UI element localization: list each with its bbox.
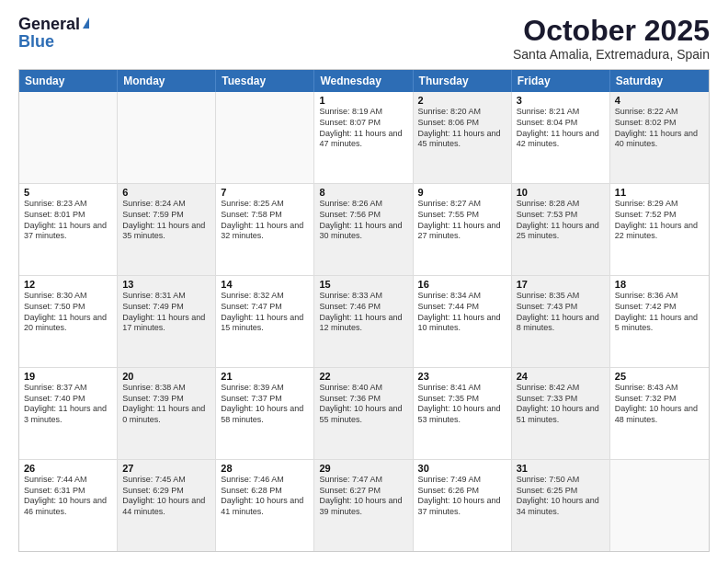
calendar-row-2: 12Sunrise: 8:30 AM Sunset: 7:50 PM Dayli… <box>19 275 709 367</box>
day-number: 24 <box>517 371 605 382</box>
day-number: 8 <box>319 187 407 198</box>
day-number: 11 <box>615 187 704 198</box>
day-details: Sunrise: 8:26 AM Sunset: 7:56 PM Dayligh… <box>319 199 407 242</box>
day-number: 9 <box>418 187 506 198</box>
day-cell-27: 27Sunrise: 7:45 AM Sunset: 6:29 PM Dayli… <box>118 460 216 551</box>
day-cell-11: 11Sunrise: 8:29 AM Sunset: 7:52 PM Dayli… <box>610 184 709 275</box>
day-details: Sunrise: 7:45 AM Sunset: 6:29 PM Dayligh… <box>122 475 210 518</box>
day-details: Sunrise: 8:35 AM Sunset: 7:43 PM Dayligh… <box>517 291 605 334</box>
day-cell-14: 14Sunrise: 8:32 AM Sunset: 7:47 PM Dayli… <box>216 276 314 367</box>
day-details: Sunrise: 8:22 AM Sunset: 8:02 PM Dayligh… <box>615 107 704 150</box>
day-cell-26: 26Sunrise: 7:44 AM Sunset: 6:31 PM Dayli… <box>19 460 118 551</box>
day-details: Sunrise: 8:34 AM Sunset: 7:44 PM Dayligh… <box>418 291 506 334</box>
day-details: Sunrise: 8:19 AM Sunset: 8:07 PM Dayligh… <box>319 107 407 150</box>
day-number: 21 <box>221 371 309 382</box>
empty-cell <box>216 92 314 183</box>
day-cell-8: 8Sunrise: 8:26 AM Sunset: 7:56 PM Daylig… <box>314 184 413 275</box>
location-subtitle: Santa Amalia, Extremadura, Spain <box>513 47 710 62</box>
day-cell-24: 24Sunrise: 8:42 AM Sunset: 7:33 PM Dayli… <box>512 368 610 459</box>
day-cell-10: 10Sunrise: 8:28 AM Sunset: 7:53 PM Dayli… <box>512 184 610 275</box>
day-cell-4: 4Sunrise: 8:22 AM Sunset: 8:02 PM Daylig… <box>610 92 709 183</box>
day-header-monday: Monday <box>118 70 216 92</box>
day-details: Sunrise: 8:30 AM Sunset: 7:50 PM Dayligh… <box>24 291 112 334</box>
day-cell-25: 25Sunrise: 8:43 AM Sunset: 7:32 PM Dayli… <box>610 368 709 459</box>
day-number: 10 <box>517 187 605 198</box>
day-details: Sunrise: 8:31 AM Sunset: 7:49 PM Dayligh… <box>122 291 210 334</box>
calendar-header: SundayMondayTuesdayWednesdayThursdayFrid… <box>19 70 709 92</box>
calendar-row-4: 26Sunrise: 7:44 AM Sunset: 6:31 PM Dayli… <box>19 459 709 551</box>
day-cell-18: 18Sunrise: 8:36 AM Sunset: 7:42 PM Dayli… <box>610 276 709 367</box>
day-cell-15: 15Sunrise: 8:33 AM Sunset: 7:46 PM Dayli… <box>314 276 413 367</box>
day-cell-22: 22Sunrise: 8:40 AM Sunset: 7:36 PM Dayli… <box>314 368 413 459</box>
day-cell-5: 5Sunrise: 8:23 AM Sunset: 8:01 PM Daylig… <box>19 184 118 275</box>
day-details: Sunrise: 8:36 AM Sunset: 7:42 PM Dayligh… <box>615 291 704 334</box>
day-details: Sunrise: 8:40 AM Sunset: 7:36 PM Dayligh… <box>319 383 407 426</box>
day-number: 13 <box>122 279 210 290</box>
day-cell-7: 7Sunrise: 8:25 AM Sunset: 7:58 PM Daylig… <box>216 184 314 275</box>
logo: General Blue <box>18 15 89 52</box>
calendar-row-0: 1Sunrise: 8:19 AM Sunset: 8:07 PM Daylig… <box>19 92 709 183</box>
day-details: Sunrise: 7:46 AM Sunset: 6:28 PM Dayligh… <box>221 475 309 518</box>
day-number: 29 <box>319 463 407 474</box>
header: General Blue October 2025 Santa Amalia, … <box>18 15 710 62</box>
day-number: 23 <box>418 371 506 382</box>
day-details: Sunrise: 8:25 AM Sunset: 7:58 PM Dayligh… <box>221 199 309 242</box>
title-area: October 2025 Santa Amalia, Extremadura, … <box>513 15 710 62</box>
day-number: 30 <box>418 463 506 474</box>
day-header-thursday: Thursday <box>414 70 512 92</box>
day-details: Sunrise: 8:28 AM Sunset: 7:53 PM Dayligh… <box>517 199 605 242</box>
day-number: 17 <box>517 279 605 290</box>
day-details: Sunrise: 8:37 AM Sunset: 7:40 PM Dayligh… <box>24 383 112 426</box>
day-cell-9: 9Sunrise: 8:27 AM Sunset: 7:55 PM Daylig… <box>414 184 512 275</box>
day-details: Sunrise: 8:38 AM Sunset: 7:39 PM Dayligh… <box>122 383 210 426</box>
day-details: Sunrise: 7:44 AM Sunset: 6:31 PM Dayligh… <box>24 475 112 518</box>
logo-triangle-icon <box>83 17 89 29</box>
day-cell-31: 31Sunrise: 7:50 AM Sunset: 6:25 PM Dayli… <box>512 460 610 551</box>
day-number: 31 <box>517 463 605 474</box>
page: General Blue October 2025 Santa Amalia, … <box>0 0 728 563</box>
day-header-sunday: Sunday <box>19 70 118 92</box>
calendar-row-3: 19Sunrise: 8:37 AM Sunset: 7:40 PM Dayli… <box>19 367 709 459</box>
day-details: Sunrise: 8:23 AM Sunset: 8:01 PM Dayligh… <box>24 199 112 242</box>
day-cell-28: 28Sunrise: 7:46 AM Sunset: 6:28 PM Dayli… <box>216 460 314 551</box>
day-details: Sunrise: 7:50 AM Sunset: 6:25 PM Dayligh… <box>517 475 605 518</box>
day-number: 16 <box>418 279 506 290</box>
day-number: 6 <box>122 187 210 198</box>
day-cell-6: 6Sunrise: 8:24 AM Sunset: 7:59 PM Daylig… <box>118 184 216 275</box>
day-details: Sunrise: 8:33 AM Sunset: 7:46 PM Dayligh… <box>319 291 407 334</box>
day-cell-1: 1Sunrise: 8:19 AM Sunset: 8:07 PM Daylig… <box>314 92 413 183</box>
empty-cell <box>118 92 216 183</box>
day-number: 14 <box>221 279 309 290</box>
day-details: Sunrise: 8:41 AM Sunset: 7:35 PM Dayligh… <box>418 383 506 426</box>
day-cell-20: 20Sunrise: 8:38 AM Sunset: 7:39 PM Dayli… <box>118 368 216 459</box>
day-number: 12 <box>24 279 112 290</box>
day-header-saturday: Saturday <box>610 70 709 92</box>
calendar-row-1: 5Sunrise: 8:23 AM Sunset: 8:01 PM Daylig… <box>19 183 709 275</box>
day-details: Sunrise: 8:24 AM Sunset: 7:59 PM Dayligh… <box>122 199 210 242</box>
day-cell-30: 30Sunrise: 7:49 AM Sunset: 6:26 PM Dayli… <box>414 460 512 551</box>
day-number: 7 <box>221 187 309 198</box>
day-number: 2 <box>418 95 506 106</box>
day-cell-23: 23Sunrise: 8:41 AM Sunset: 7:35 PM Dayli… <box>414 368 512 459</box>
logo-general-text: General <box>18 15 80 34</box>
day-number: 28 <box>221 463 309 474</box>
day-cell-3: 3Sunrise: 8:21 AM Sunset: 8:04 PM Daylig… <box>512 92 610 183</box>
day-header-wednesday: Wednesday <box>314 70 413 92</box>
logo-line1: General <box>18 15 89 34</box>
day-number: 26 <box>24 463 112 474</box>
calendar-body: 1Sunrise: 8:19 AM Sunset: 8:07 PM Daylig… <box>19 92 709 551</box>
calendar: SundayMondayTuesdayWednesdayThursdayFrid… <box>18 69 710 552</box>
day-details: Sunrise: 8:42 AM Sunset: 7:33 PM Dayligh… <box>517 383 605 426</box>
day-number: 5 <box>24 187 112 198</box>
day-details: Sunrise: 7:49 AM Sunset: 6:26 PM Dayligh… <box>418 475 506 518</box>
day-number: 27 <box>122 463 210 474</box>
day-details: Sunrise: 8:27 AM Sunset: 7:55 PM Dayligh… <box>418 199 506 242</box>
day-header-friday: Friday <box>512 70 610 92</box>
day-cell-17: 17Sunrise: 8:35 AM Sunset: 7:43 PM Dayli… <box>512 276 610 367</box>
day-details: Sunrise: 8:21 AM Sunset: 8:04 PM Dayligh… <box>517 107 605 150</box>
day-number: 18 <box>615 279 704 290</box>
day-number: 25 <box>615 371 704 382</box>
empty-cell <box>610 460 709 551</box>
day-cell-13: 13Sunrise: 8:31 AM Sunset: 7:49 PM Dayli… <box>118 276 216 367</box>
day-cell-19: 19Sunrise: 8:37 AM Sunset: 7:40 PM Dayli… <box>19 368 118 459</box>
